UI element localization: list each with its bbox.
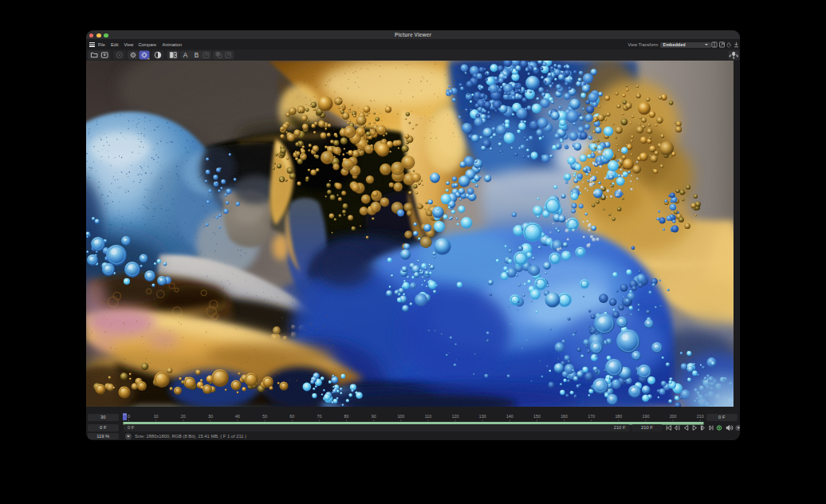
svg-text:40: 40: [235, 414, 240, 419]
svg-text:180: 180: [615, 414, 622, 419]
svg-text:0: 0: [128, 414, 130, 419]
svg-text:210: 210: [697, 414, 704, 419]
svg-text:90: 90: [372, 414, 376, 419]
svg-text:80: 80: [344, 414, 349, 419]
svg-text:30: 30: [208, 414, 213, 419]
svg-text:200: 200: [670, 414, 677, 419]
svg-text:70: 70: [317, 414, 321, 419]
svg-text:A: A: [183, 52, 188, 59]
svg-text:60: 60: [289, 414, 294, 419]
svg-text:110: 110: [425, 414, 431, 419]
svg-text:10: 10: [154, 414, 159, 419]
svg-text:140: 140: [506, 414, 513, 419]
svg-text:100: 100: [397, 414, 404, 419]
svg-text:B: B: [195, 52, 199, 59]
svg-text:50: 50: [262, 414, 267, 419]
svg-text:190: 190: [643, 414, 650, 419]
svg-text:20: 20: [181, 414, 186, 419]
svg-text:170: 170: [588, 414, 595, 419]
svg-text:160: 160: [560, 414, 568, 419]
svg-text:150: 150: [533, 414, 541, 419]
svg-text:130: 130: [479, 414, 486, 419]
svg-text:120: 120: [452, 414, 459, 419]
